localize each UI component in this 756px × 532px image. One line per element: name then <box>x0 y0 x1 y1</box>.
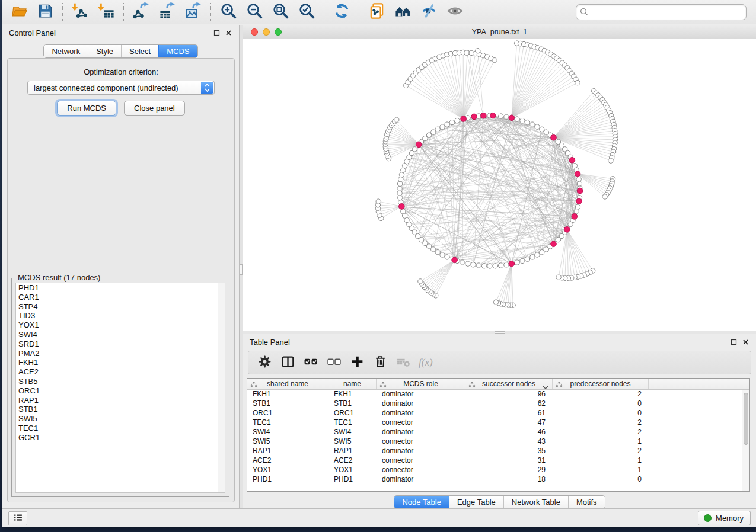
vertical-splitter-grip[interactable] <box>240 264 243 275</box>
column-label: MCDS role <box>377 380 465 388</box>
search-input[interactable] <box>576 4 747 20</box>
task-history-button[interactable] <box>8 511 27 525</box>
table-row[interactable]: SWI4SWI4dominator462 <box>247 428 749 437</box>
mcds-result-item[interactable]: TID3 <box>16 311 225 321</box>
optimization-criterion-dropdown[interactable]: largest connected component (undirected) <box>27 81 215 95</box>
column-visibility-button[interactable] <box>279 354 296 371</box>
column-header-MCDS-role[interactable]: MCDS role <box>377 379 465 389</box>
table-row[interactable]: STB1STB1dominator620 <box>247 399 749 409</box>
zoom-out-button[interactable] <box>244 2 265 22</box>
table-row[interactable]: FKH1FKH1dominator962 <box>247 390 749 399</box>
float-panel-icon[interactable] <box>213 30 220 36</box>
table-tab-network-table[interactable]: Network Table <box>503 496 568 508</box>
table-row[interactable]: SWI5SWI5connector431 <box>247 437 749 447</box>
horizontal-splitter-grip[interactable] <box>495 331 505 334</box>
select-all-rows-button[interactable] <box>302 354 320 371</box>
mcds-result-item[interactable]: STB5 <box>16 377 225 386</box>
table-scrollbar-thumb[interactable] <box>744 393 748 445</box>
toolbar-separator <box>324 3 324 21</box>
table-row[interactable]: YOX1YOX1connector291 <box>247 466 749 475</box>
table-row[interactable]: RAP1RAP1dominator352 <box>247 447 749 456</box>
mcds-result-item[interactable]: RAP1 <box>16 396 225 405</box>
column-header-shared-name[interactable]: shared name <box>247 379 328 389</box>
table-row[interactable]: ACE2ACE2connector311 <box>247 456 749 466</box>
mcds-result-item[interactable]: GCR1 <box>16 433 225 443</box>
cell-name: SWI4 <box>328 428 377 437</box>
zoom-in-button[interactable] <box>218 2 239 22</box>
export-image-button[interactable] <box>183 2 204 22</box>
mcds-list-scrollbar[interactable] <box>218 283 225 492</box>
export-table-button[interactable] <box>157 2 178 22</box>
run-mcds-button[interactable]: Run MCDS <box>57 101 116 116</box>
mcds-result-item[interactable]: SWI4 <box>16 330 225 339</box>
network-node <box>530 122 535 127</box>
mcds-result-item[interactable]: STP4 <box>16 302 225 312</box>
zoom-fit-button[interactable] <box>270 2 291 22</box>
column-header-successor-nodes[interactable]: successor nodes <box>465 379 553 389</box>
table-tab-node-table[interactable]: Node Table <box>394 496 449 508</box>
mcds-result-item[interactable]: STB1 <box>16 405 225 414</box>
column-label: successor nodes <box>465 380 552 388</box>
search-box <box>576 4 747 20</box>
table-toolbar: f(x) <box>248 351 751 374</box>
cell-name: SWI5 <box>328 437 377 447</box>
memory-label: Memory <box>716 514 744 523</box>
save-session-button[interactable] <box>34 2 56 22</box>
column-type-icon <box>556 381 563 390</box>
column-header-predecessor-nodes[interactable]: predecessor nodes <box>553 379 649 389</box>
deselect-all-rows-button[interactable] <box>325 354 343 371</box>
mcds-result-item[interactable]: PHD1 <box>16 283 225 293</box>
close-table-panel-icon[interactable] <box>742 339 749 345</box>
table-tab-motifs[interactable]: Motifs <box>568 496 605 508</box>
table-row[interactable]: ORC1ORC1dominator610 <box>247 409 749 418</box>
import-table-button[interactable] <box>95 2 117 22</box>
mcds-result-item[interactable]: SWI5 <box>16 414 225 424</box>
mcds-result-list[interactable]: PHD1CAR1STP4TID3YOX1SWI4SRD1PMA2FKH1ACE2… <box>15 283 225 493</box>
cell-successors: 46 <box>465 428 553 437</box>
refresh-button[interactable] <box>331 2 352 22</box>
table-tab-edge-table[interactable]: Edge Table <box>449 496 503 508</box>
column-label: predecessor nodes <box>553 380 648 388</box>
close-panel-button[interactable]: Close panel <box>124 101 185 116</box>
table-options-gear-button[interactable] <box>256 354 273 371</box>
control-panel: Control Panel NetworkStyleSelectMCDS Opt… <box>2 25 239 508</box>
mcds-result-item[interactable]: YOX1 <box>16 321 225 330</box>
tab-select[interactable]: Select <box>121 45 158 57</box>
table-scrollbar[interactable] <box>742 390 749 491</box>
leaf-node <box>394 117 399 122</box>
cell-successors: 31 <box>465 456 553 466</box>
memory-button[interactable]: Memory <box>698 511 751 525</box>
float-table-panel-icon[interactable] <box>731 339 737 345</box>
network-node <box>520 118 525 123</box>
import-network-button[interactable] <box>69 2 91 22</box>
network-node <box>540 127 544 132</box>
open-file-button[interactable] <box>8 2 30 22</box>
vertical-splitter[interactable] <box>239 25 243 508</box>
add-column-button[interactable] <box>348 354 366 371</box>
hide-selected-button[interactable] <box>418 2 439 22</box>
network-canvas[interactable] <box>243 39 756 331</box>
table-row[interactable]: PHD1PHD1dominator180 <box>247 475 749 485</box>
mcds-result-item[interactable]: TEC1 <box>16 424 225 433</box>
mcds-result-item[interactable]: FKH1 <box>16 358 225 367</box>
mcds-result-item[interactable]: PMA2 <box>16 349 225 358</box>
mcds-result-item[interactable]: ORC1 <box>16 386 225 396</box>
export-network-button[interactable] <box>130 2 152 22</box>
show-all-button[interactable] <box>444 2 465 22</box>
mcds-result-item[interactable]: SRD1 <box>16 339 225 349</box>
zoom-selected-button[interactable] <box>296 2 317 22</box>
close-panel-icon[interactable] <box>225 30 232 36</box>
tab-style[interactable]: Style <box>88 45 121 57</box>
network-node <box>397 196 402 200</box>
delete-column-button[interactable] <box>371 354 389 371</box>
mcds-result-item[interactable]: CAR1 <box>16 293 225 302</box>
first-neighbors-button[interactable] <box>392 2 413 22</box>
new-network-from-selection-button[interactable] <box>366 2 387 22</box>
column-header-name[interactable]: name <box>328 379 377 389</box>
tab-network[interactable]: Network <box>44 45 88 57</box>
cell-shared_name: SWI5 <box>247 437 328 447</box>
tab-mcds[interactable]: MCDS <box>158 45 197 57</box>
mcds-result-item[interactable]: ACE2 <box>16 367 225 377</box>
mcds-hub-node <box>416 142 422 148</box>
table-row[interactable]: TEC1TEC1connector472 <box>247 418 749 428</box>
